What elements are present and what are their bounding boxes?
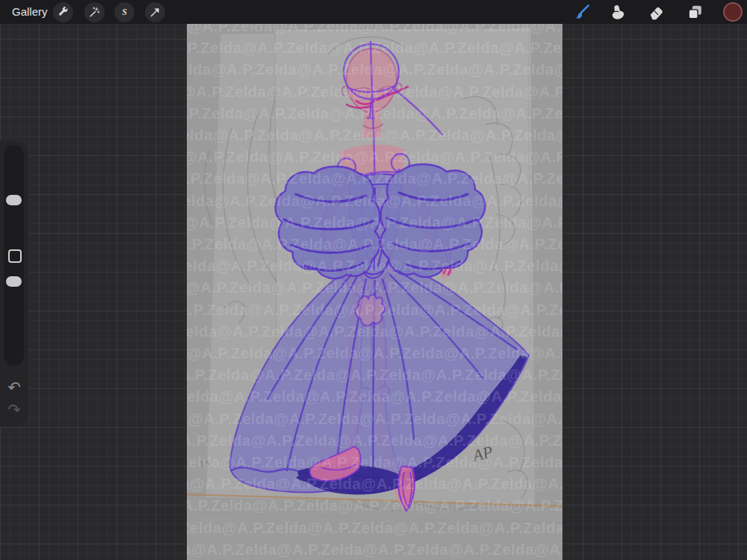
eraser-icon — [647, 3, 666, 22]
svg-text:S: S — [122, 7, 127, 17]
procreate-app: Gallery S — [0, 0, 747, 560]
sidebar-slider-track — [4, 145, 24, 366]
pencil-note: 13 — [199, 457, 210, 470]
wrench-icon — [57, 6, 69, 19]
opacity-slider[interactable] — [6, 276, 22, 287]
drawing-canvas[interactable]: AP 13 @A.P.Zelda@A.P.Zelda@A.P.Zelda@A.P… — [187, 24, 562, 560]
redo-icon: ↷ — [7, 401, 21, 418]
layers-icon — [686, 3, 704, 22]
modify-button[interactable] — [8, 249, 22, 263]
selection-button[interactable]: S — [114, 2, 134, 22]
layers-button[interactable] — [684, 1, 706, 22]
color-swatch-icon — [722, 1, 743, 22]
undo-icon: ↶ — [7, 379, 21, 396]
actions-button[interactable] — [53, 2, 73, 22]
transform-button[interactable] — [145, 2, 165, 22]
finger-icon — [609, 3, 627, 22]
arrow-cursor-icon — [149, 6, 161, 19]
color-button[interactable] — [722, 1, 744, 22]
gallery-button[interactable]: Gallery — [12, 0, 48, 24]
paint-button[interactable] — [571, 1, 593, 22]
smudge-button[interactable] — [607, 1, 629, 22]
magic-wand-icon — [88, 6, 101, 19]
erase-button[interactable] — [645, 1, 667, 22]
brush-icon — [572, 2, 592, 22]
undo-button[interactable]: ↶ — [0, 379, 28, 395]
redo-button[interactable]: ↷ — [0, 402, 28, 417]
artwork: AP 13 — [187, 24, 562, 560]
adjustments-button[interactable] — [84, 2, 105, 22]
top-toolbar: Gallery S — [0, 0, 747, 24]
s-glyph-icon: S — [118, 6, 131, 19]
sidebar: ↶ ↷ — [0, 140, 28, 427]
brush-size-slider[interactable] — [6, 195, 22, 205]
